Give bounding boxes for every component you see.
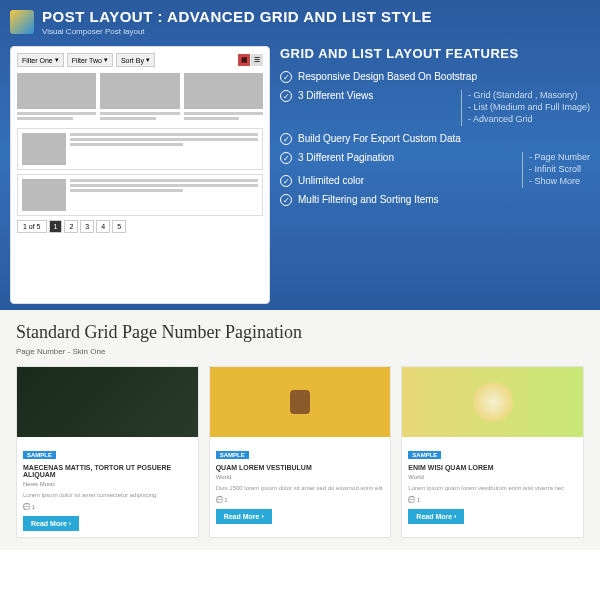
read-more-button[interactable]: Read More › — [23, 516, 79, 531]
filter-one-select[interactable]: Filter One▾ — [17, 53, 64, 67]
features-title: GRID AND LIST LAYOUT FEATURES — [280, 46, 590, 61]
banner-title: POST LAYOUT : ADVANCED GRID AND LIST STY… — [42, 8, 432, 25]
card-image — [402, 367, 583, 437]
card-meta: World — [408, 474, 577, 480]
comment-icon: 💬 1 — [23, 503, 192, 510]
check-icon: ✓ — [280, 90, 292, 102]
thumb-card — [100, 73, 179, 122]
check-icon: ✓ — [280, 133, 292, 145]
grid-view-icon[interactable]: ▦ — [238, 54, 250, 66]
card-image — [17, 367, 198, 437]
thumb-card — [17, 73, 96, 122]
check-icon: ✓ — [280, 194, 292, 206]
post-card: SAMPLE MAECENAS MATTIS, TORTOR UT POSUER… — [16, 366, 199, 538]
badge: SAMPLE — [216, 451, 249, 459]
card-desc: Lorem ipsum quam lorem vestibulum enim w… — [408, 484, 577, 492]
logo-icon — [10, 10, 34, 34]
chevron-down-icon: ▾ — [104, 56, 108, 64]
page-button[interactable]: 5 — [112, 220, 126, 233]
check-icon: ✓ — [280, 71, 292, 83]
comment-icon: 💬 1 — [216, 496, 385, 503]
post-card: SAMPLE ENIM WISI QUAM LOREM World Lorem … — [401, 366, 584, 538]
check-icon: ✓ — [280, 152, 292, 164]
list-view-icon[interactable]: ☰ — [251, 54, 263, 66]
badge: SAMPLE — [408, 451, 441, 459]
read-more-button[interactable]: Read More › — [408, 509, 464, 524]
banner-header: POST LAYOUT : ADVANCED GRID AND LIST STY… — [10, 8, 432, 36]
layout-preview: Filter One▾ Filter Two▾ Sort By▾ ▦ ☰ 1 o… — [10, 46, 270, 304]
page-button[interactable]: 3 — [80, 220, 94, 233]
features-panel: GRID AND LIST LAYOUT FEATURES ✓Responsiv… — [280, 46, 590, 300]
card-title[interactable]: QUAM LOREM VESTIBULUM — [216, 464, 385, 471]
chevron-down-icon: ▾ — [146, 56, 150, 64]
card-title[interactable]: MAECENAS MATTIS, TORTOR UT POSUERE ALIQU… — [23, 464, 192, 478]
filter-two-select[interactable]: Filter Two▾ — [67, 53, 113, 67]
section-title: Standard Grid Page Number Pagination — [16, 322, 584, 343]
page-button[interactable]: 1 — [49, 220, 63, 233]
sort-select[interactable]: Sort By▾ — [116, 53, 155, 67]
card-title[interactable]: ENIM WISI QUAM LOREM — [408, 464, 577, 471]
list-card — [17, 174, 263, 216]
card-desc: Lorem ipsum dolor sit amet consectetur a… — [23, 491, 192, 499]
card-image — [210, 367, 391, 437]
banner-subtitle: Visual Composer Post layout — [42, 27, 432, 36]
card-meta: World — [216, 474, 385, 480]
badge: SAMPLE — [23, 451, 56, 459]
page-info: 1 of 5 — [17, 220, 47, 233]
card-meta: News Music — [23, 481, 192, 487]
page-button[interactable]: 4 — [96, 220, 110, 233]
chevron-down-icon: ▾ — [55, 56, 59, 64]
post-card: SAMPLE QUAM LOREM VESTIBULUM World Duis … — [209, 366, 392, 538]
read-more-button[interactable]: Read More › — [216, 509, 272, 524]
page-button[interactable]: 2 — [64, 220, 78, 233]
comment-icon: 💬 1 — [408, 496, 577, 503]
section-subtitle: Page Number - Skin One — [16, 347, 584, 356]
check-icon: ✓ — [280, 175, 292, 187]
thumb-card — [184, 73, 263, 122]
card-desc: Duis 1500 lorem ipsum dolor sit amet sed… — [216, 484, 385, 492]
list-card — [17, 128, 263, 170]
